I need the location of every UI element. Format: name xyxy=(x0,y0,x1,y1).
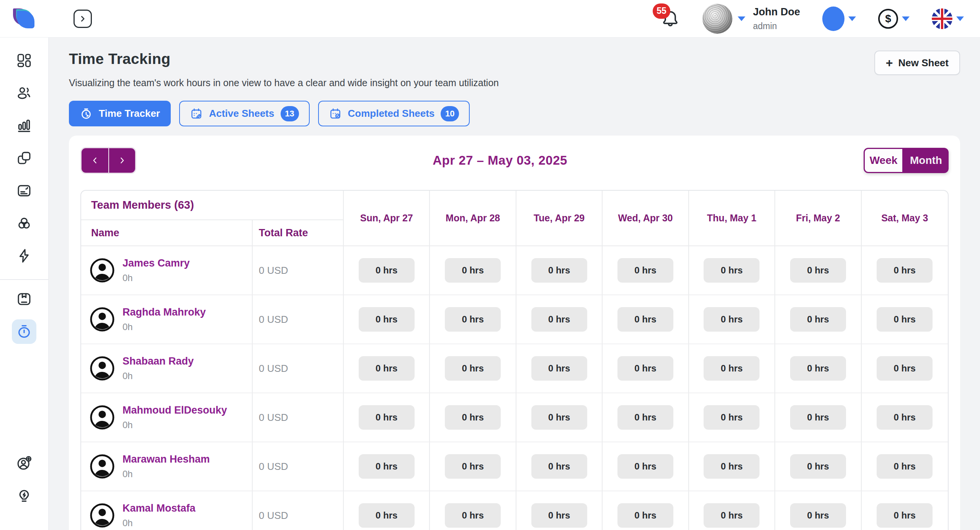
day-hours-chip[interactable]: 0 hrs xyxy=(617,405,673,430)
day-hours-chip[interactable]: 0 hrs xyxy=(531,258,587,283)
day-hours-chip[interactable]: 0 hrs xyxy=(704,356,760,381)
day-hours-chip[interactable]: 0 hrs xyxy=(790,307,846,332)
week-toggle-button[interactable]: Week xyxy=(864,148,903,173)
member-row-name-cell: Shabaan Rady0h xyxy=(81,344,253,393)
theme-color-menu[interactable] xyxy=(822,7,856,31)
day-hours-chip[interactable]: 0 hrs xyxy=(790,258,846,283)
day-hours-chip[interactable]: 0 hrs xyxy=(877,258,933,283)
day-hours-chip[interactable]: 0 hrs xyxy=(617,307,673,332)
day-hours-chip[interactable]: 0 hrs xyxy=(445,454,501,479)
day-hours-chip[interactable]: 0 hrs xyxy=(359,503,415,528)
day-hours-chip[interactable]: 0 hrs xyxy=(877,356,933,381)
chevron-down-icon xyxy=(738,16,745,21)
new-sheet-button[interactable]: + New Sheet xyxy=(874,51,960,75)
timesheet-table: Team Members (63) Name Total Rate Sun, A… xyxy=(80,190,949,530)
day-cell: 0 hrs xyxy=(344,442,430,491)
day-hours-chip[interactable]: 0 hrs xyxy=(617,454,673,479)
day-hours-chip[interactable]: 0 hrs xyxy=(531,405,587,430)
sidebar-item-projects[interactable] xyxy=(12,146,36,170)
member-row-name-cell: Mahmoud ElDesouky0h xyxy=(81,393,253,442)
day-hours-chip[interactable]: 0 hrs xyxy=(790,454,846,479)
day-hours-chip[interactable]: 0 hrs xyxy=(445,405,501,430)
day-hours-chip[interactable]: 0 hrs xyxy=(445,356,501,381)
sidebar-item-time-tracking[interactable] xyxy=(12,319,36,344)
day-hours-chip[interactable]: 0 hrs xyxy=(445,307,501,332)
notifications-count-badge: 55 xyxy=(653,3,670,19)
month-toggle-button[interactable]: Month xyxy=(903,148,949,173)
day-hours-chip[interactable]: 0 hrs xyxy=(704,405,760,430)
date-range-label: Apr 27 – May 03, 2025 xyxy=(136,153,864,168)
tab-completed-sheets[interactable]: Completed Sheets 10 xyxy=(318,101,470,126)
day-hours-chip[interactable]: 0 hrs xyxy=(617,258,673,283)
day-cell: 0 hrs xyxy=(344,295,430,344)
day-cell: 0 hrs xyxy=(516,246,603,295)
day-cell: 0 hrs xyxy=(430,344,516,393)
tab-time-tracker[interactable]: Time Tracker xyxy=(69,101,171,126)
day-hours-chip[interactable]: 0 hrs xyxy=(531,307,587,332)
day-hours-chip[interactable]: 0 hrs xyxy=(531,503,587,528)
language-menu[interactable] xyxy=(932,8,964,29)
currency-menu[interactable]: $ xyxy=(878,9,910,29)
user-menu[interactable]: John Doe admin xyxy=(702,4,800,34)
day-cell: 0 hrs xyxy=(775,295,861,344)
day-hours-chip[interactable]: 0 hrs xyxy=(790,405,846,430)
member-name-link[interactable]: Mahmoud ElDesouky xyxy=(122,404,227,416)
sidebar-expand-button[interactable] xyxy=(74,10,92,28)
day-column-header: Sun, Apr 27 xyxy=(344,191,430,246)
tab-active-sheets[interactable]: Active Sheets 13 xyxy=(179,101,310,126)
name-column-header: Name xyxy=(81,220,253,246)
day-hours-chip[interactable]: 0 hrs xyxy=(704,258,760,283)
next-week-button[interactable] xyxy=(108,148,135,173)
projects-icon xyxy=(16,150,32,166)
member-name-link[interactable]: Raghda Mahroky xyxy=(122,306,206,318)
sidebar-item-stats[interactable] xyxy=(12,113,36,138)
notifications-button[interactable]: 55 xyxy=(660,8,680,29)
member-row-name-cell: Marawan Hesham0h xyxy=(81,442,253,491)
sidebar-item-add-user[interactable] xyxy=(12,451,36,476)
day-hours-chip[interactable]: 0 hrs xyxy=(790,503,846,528)
day-hours-chip[interactable]: 0 hrs xyxy=(790,356,846,381)
member-avatar-icon xyxy=(90,405,115,430)
day-hours-chip[interactable]: 0 hrs xyxy=(877,307,933,332)
day-hours-chip[interactable]: 0 hrs xyxy=(445,258,501,283)
time-tracker-icon xyxy=(16,324,32,340)
color-swatch-icon xyxy=(822,7,844,31)
member-name-link[interactable]: Marawan Hesham xyxy=(122,453,210,465)
day-hours-chip[interactable]: 0 hrs xyxy=(877,454,933,479)
day-cell: 0 hrs xyxy=(516,344,603,393)
day-hours-chip[interactable]: 0 hrs xyxy=(359,307,415,332)
day-hours-chip[interactable]: 0 hrs xyxy=(359,258,415,283)
member-name-link[interactable]: James Camry xyxy=(122,257,190,269)
day-hours-chip[interactable]: 0 hrs xyxy=(704,307,760,332)
sidebar-item-notes[interactable] xyxy=(12,178,36,203)
day-hours-chip[interactable]: 0 hrs xyxy=(531,454,587,479)
day-hours-chip[interactable]: 0 hrs xyxy=(359,405,415,430)
sidebar-item-bookmarks[interactable] xyxy=(12,287,36,311)
prev-week-button[interactable] xyxy=(82,148,108,173)
day-hours-chip[interactable]: 0 hrs xyxy=(359,356,415,381)
member-name-link[interactable]: Shabaan Rady xyxy=(122,355,194,367)
day-hours-chip[interactable]: 0 hrs xyxy=(445,503,501,528)
sidebar-item-ideas[interactable] xyxy=(12,484,36,508)
day-hours-chip[interactable]: 0 hrs xyxy=(617,356,673,381)
member-name-link[interactable]: Kamal Mostafa xyxy=(122,502,196,514)
day-hours-chip[interactable]: 0 hrs xyxy=(877,503,933,528)
day-cell: 0 hrs xyxy=(862,344,948,393)
day-hours-chip[interactable]: 0 hrs xyxy=(704,503,760,528)
dollar-icon: $ xyxy=(878,9,898,29)
day-hours-chip[interactable]: 0 hrs xyxy=(877,405,933,430)
sidebar-item-actions[interactable] xyxy=(12,244,36,268)
day-hours-chip[interactable]: 0 hrs xyxy=(359,454,415,479)
sidebar-item-teams[interactable] xyxy=(12,211,36,236)
member-total-rate: 0 USD xyxy=(253,295,344,344)
day-hours-chip[interactable]: 0 hrs xyxy=(617,503,673,528)
member-avatar-icon xyxy=(90,454,115,479)
day-hours-chip[interactable]: 0 hrs xyxy=(531,356,587,381)
day-hours-chip[interactable]: 0 hrs xyxy=(704,454,760,479)
sidebar-item-dashboard[interactable] xyxy=(12,48,36,73)
member-row-name-cell: James Camry0h xyxy=(81,246,253,295)
chevron-down-icon xyxy=(902,16,910,21)
day-cell: 0 hrs xyxy=(689,393,775,442)
day-cell: 0 hrs xyxy=(603,442,689,491)
sidebar-item-members[interactable] xyxy=(12,81,36,105)
